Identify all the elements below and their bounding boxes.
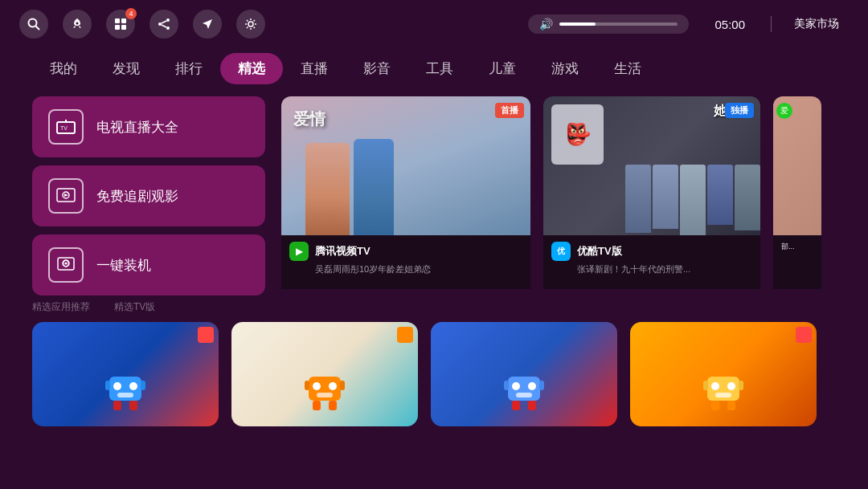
header: 4 🔊 05:00	[0, 0, 868, 48]
svg-rect-53	[711, 401, 719, 410]
nav-life[interactable]: 生活	[596, 53, 659, 84]
volume-track	[559, 22, 678, 26]
app-tile-2[interactable]	[231, 322, 418, 426]
youku-card[interactable]: 👺 她是谁 独播 优 优酷TV版 张译新剧！九十年代的刑警...	[543, 96, 760, 289]
svg-point-2	[76, 22, 79, 25]
nav-live[interactable]: 直播	[283, 53, 346, 84]
market-button[interactable]: 美家市场	[784, 17, 849, 31]
left-menu-panel: TV 电视直播大全 免费追剧观影	[32, 96, 265, 289]
tencent-card-info: ▶ 腾讯视频TV 吴磊周雨彤10岁年龄差姐弟恋	[281, 235, 530, 289]
app-tile-4[interactable]	[630, 322, 817, 426]
svg-rect-3	[115, 18, 120, 23]
svg-point-40	[512, 382, 520, 390]
svg-point-8	[158, 22, 162, 26]
app-section: 精选应用推荐 精选TV版	[0, 300, 868, 426]
svg-point-41	[528, 382, 536, 390]
svg-rect-27	[105, 381, 110, 390]
share-button[interactable]	[149, 10, 178, 39]
svg-rect-44	[539, 381, 544, 390]
navigation: 我的 发现 排行 精选 直播 影音 工具 儿童 游戏 生活	[0, 48, 868, 88]
grid-button[interactable]: 4	[106, 10, 135, 39]
svg-point-48	[711, 382, 719, 390]
svg-point-0	[29, 19, 37, 27]
nav-mine[interactable]: 我的	[32, 53, 95, 84]
tile-badge-2	[397, 327, 413, 343]
premiere-tag: 首播	[495, 103, 524, 118]
svg-rect-26	[117, 393, 133, 397]
svg-rect-37	[313, 401, 321, 410]
tile-badge-4	[796, 327, 812, 343]
content-cards-area: 爱情 首播 ▶ 腾讯视频TV 吴磊周雨彤10岁年龄差姐弟恋 👺 她是谁	[281, 96, 836, 289]
svg-point-9	[166, 26, 170, 30]
install-icon	[48, 247, 84, 283]
nav-ranking[interactable]: 排行	[158, 53, 220, 84]
svg-rect-42	[516, 393, 532, 397]
svg-rect-54	[727, 401, 735, 410]
svg-point-24	[113, 382, 121, 390]
one-click-card[interactable]: 一键装机	[32, 234, 265, 295]
free-drama-label: 免费追剧观影	[96, 187, 178, 206]
svg-rect-4	[121, 18, 126, 23]
svg-point-32	[313, 382, 321, 390]
drama-icon	[48, 178, 84, 214]
section-labels: 精选应用推荐 精选TV版	[32, 300, 836, 314]
tv-live-card[interactable]: TV 电视直播大全	[32, 96, 265, 157]
svg-point-22	[65, 263, 68, 265]
svg-rect-34	[317, 393, 333, 397]
time-display: 05:00	[702, 18, 758, 31]
notification-badge: 4	[125, 8, 137, 19]
tencent-app-icon: ▶	[289, 242, 309, 261]
tencent-video-card[interactable]: 爱情 首播 ▶ 腾讯视频TV 吴磊周雨彤10岁年龄差姐弟恋	[281, 96, 530, 289]
tencent-app-name: 腾讯视频TV	[315, 244, 371, 259]
section-label-2: 精选TV版	[114, 300, 155, 314]
app-grid	[32, 322, 836, 426]
free-drama-card[interactable]: 免费追剧观影	[32, 165, 265, 226]
svg-rect-46	[528, 401, 536, 410]
svg-point-7	[166, 18, 170, 22]
nav-media[interactable]: 影音	[346, 53, 408, 84]
svg-rect-6	[121, 25, 126, 30]
tile-badge-1	[198, 327, 214, 343]
one-click-label: 一键装机	[96, 256, 151, 275]
youku-card-info: 优 优酷TV版 张译新剧！九十年代的刑警...	[543, 235, 760, 289]
header-icon-group: 4	[19, 10, 265, 39]
tv-icon: TV	[48, 109, 84, 145]
exclusive-tag: 独播	[725, 103, 754, 118]
volume-fill	[559, 22, 595, 26]
svg-rect-43	[504, 381, 509, 390]
svg-rect-5	[115, 25, 120, 30]
svg-point-49	[727, 382, 735, 390]
nav-children[interactable]: 儿童	[471, 53, 534, 84]
volume-control[interactable]: 🔊	[528, 14, 689, 34]
section-label-1: 精选应用推荐	[32, 300, 90, 314]
settings-button[interactable]	[236, 10, 265, 39]
partial-card-info: 部...	[773, 235, 821, 289]
svg-rect-36	[340, 381, 345, 390]
svg-marker-19	[64, 194, 68, 197]
search-button[interactable]	[19, 10, 48, 39]
youku-app-icon: 优	[551, 242, 571, 261]
nav-featured[interactable]: 精选	[220, 53, 283, 84]
volume-icon: 🔊	[539, 18, 553, 31]
rocket-button[interactable]	[63, 10, 92, 39]
tencent-app-desc: 吴磊周雨彤10岁年龄差姐弟恋	[315, 263, 522, 275]
svg-point-25	[129, 382, 137, 390]
header-divider	[771, 16, 772, 32]
partial-card[interactable]: 爱 部...	[773, 96, 821, 289]
svg-rect-35	[305, 381, 309, 390]
youku-app-desc: 张译新剧！九十年代的刑警...	[577, 263, 752, 275]
svg-rect-52	[739, 381, 743, 390]
svg-point-12	[248, 22, 253, 26]
main-content: TV 电视直播大全 免费追剧观影	[0, 88, 868, 297]
nav-tools[interactable]: 工具	[408, 53, 471, 84]
app-tile-3[interactable]	[431, 322, 617, 426]
svg-point-33	[329, 382, 337, 390]
send-button[interactable]	[193, 10, 222, 39]
tv-live-label: 电视直播大全	[96, 118, 178, 137]
svg-line-11	[162, 25, 166, 27]
svg-line-1	[36, 26, 40, 31]
app-tile-1[interactable]	[32, 322, 219, 426]
svg-rect-29	[113, 401, 121, 410]
nav-discover[interactable]: 发现	[95, 53, 158, 84]
nav-games[interactable]: 游戏	[534, 53, 596, 84]
